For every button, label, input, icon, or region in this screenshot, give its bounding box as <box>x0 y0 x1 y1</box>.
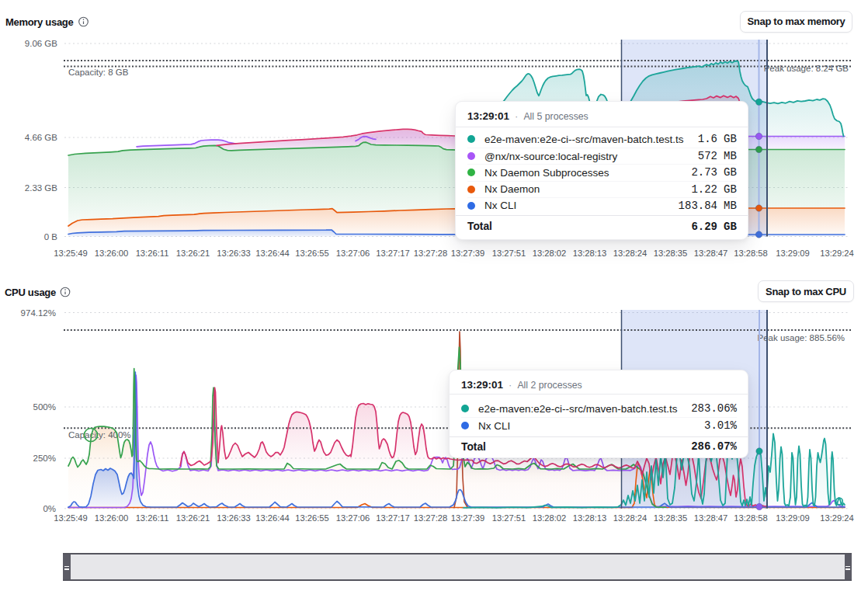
svg-text:13:28:47: 13:28:47 <box>694 513 728 523</box>
svg-text:13:27:17: 13:27:17 <box>376 249 410 258</box>
svg-text:13:26:44: 13:26:44 <box>255 513 290 523</box>
svg-text:13:28:02: 13:28:02 <box>533 513 567 523</box>
svg-text:0%: 0% <box>43 504 56 513</box>
svg-text:13:26:33: 13:26:33 <box>217 249 251 258</box>
svg-text:13:27:17: 13:27:17 <box>376 513 410 523</box>
svg-text:13:28:47: 13:28:47 <box>694 249 728 258</box>
svg-text:Peak usage: 8.24 GB: Peak usage: 8.24 GB <box>764 64 849 73</box>
svg-text:13:27:28: 13:27:28 <box>414 513 448 523</box>
svg-text:13:29:24: 13:29:24 <box>820 513 854 523</box>
svg-text:Capacity: 400%: Capacity: 400% <box>68 430 131 440</box>
svg-text:13:26:21: 13:26:21 <box>176 249 210 258</box>
svg-text:13:26:55: 13:26:55 <box>295 249 329 258</box>
svg-text:2.33 GB: 2.33 GB <box>25 183 58 193</box>
svg-text:13:29:24: 13:29:24 <box>820 249 854 258</box>
svg-text:9.06 GB: 9.06 GB <box>25 39 58 48</box>
svg-text:13:26:00: 13:26:00 <box>95 513 129 523</box>
svg-text:13:28:35: 13:28:35 <box>654 513 688 523</box>
svg-text:4.66 GB: 4.66 GB <box>25 133 58 142</box>
svg-text:13:26:11: 13:26:11 <box>136 513 169 523</box>
svg-text:13:25:49: 13:25:49 <box>54 513 88 523</box>
svg-text:Peak usage: 885.56%: Peak usage: 885.56% <box>757 333 845 342</box>
svg-text:13:27:06: 13:27:06 <box>336 513 370 523</box>
svg-text:500%: 500% <box>33 402 56 412</box>
svg-text:13:27:39: 13:27:39 <box>451 249 485 258</box>
svg-text:13:28:02: 13:28:02 <box>533 249 567 258</box>
svg-text:13:28:58: 13:28:58 <box>734 513 768 523</box>
svg-text:13:26:55: 13:26:55 <box>295 513 329 523</box>
svg-text:13:25:49: 13:25:49 <box>54 249 88 258</box>
svg-text:13:26:33: 13:26:33 <box>217 513 251 523</box>
svg-text:13:26:11: 13:26:11 <box>136 249 169 258</box>
svg-text:13:27:39: 13:27:39 <box>451 513 485 523</box>
svg-text:13:26:44: 13:26:44 <box>255 249 290 258</box>
svg-text:13:27:06: 13:27:06 <box>336 249 370 258</box>
svg-text:CPU usage: CPU usage <box>5 287 56 298</box>
svg-text:13:27:51: 13:27:51 <box>492 249 526 258</box>
svg-text:13:29:09: 13:29:09 <box>776 513 810 523</box>
svg-text:13:28:35: 13:28:35 <box>654 249 688 258</box>
svg-text:13:28:13: 13:28:13 <box>573 513 607 523</box>
svg-text:13:27:28: 13:27:28 <box>414 249 448 258</box>
svg-text:13:28:13: 13:28:13 <box>573 249 607 258</box>
svg-text:0 B: 0 B <box>44 232 58 242</box>
svg-text:13:26:21: 13:26:21 <box>176 513 210 523</box>
svg-text:Memory usage: Memory usage <box>5 16 74 28</box>
svg-text:Capacity: 8 GB: Capacity: 8 GB <box>68 68 129 77</box>
svg-text:250%: 250% <box>33 454 56 463</box>
svg-text:13:28:58: 13:28:58 <box>734 249 768 258</box>
svg-text:13:26:00: 13:26:00 <box>95 249 129 258</box>
svg-text:974.12%: 974.12% <box>21 308 56 318</box>
svg-text:13:28:24: 13:28:24 <box>613 249 648 258</box>
svg-text:13:28:24: 13:28:24 <box>613 513 648 523</box>
svg-text:13:27:51: 13:27:51 <box>492 513 526 523</box>
svg-text:13:29:09: 13:29:09 <box>776 249 810 258</box>
